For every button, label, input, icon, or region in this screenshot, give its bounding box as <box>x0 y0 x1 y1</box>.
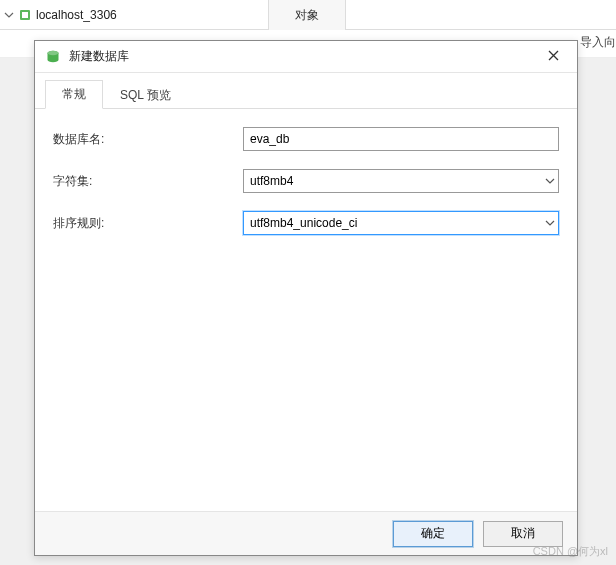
row-charset: 字符集: <box>53 169 559 193</box>
import-wizard-truncated: 导入向 <box>580 34 616 51</box>
svg-rect-1 <box>22 12 28 18</box>
row-database-name: 数据库名: <box>53 127 559 151</box>
charset-combo-wrap <box>243 169 559 193</box>
database-name-label: 数据库名: <box>53 131 243 148</box>
connection-tree-row[interactable]: localhost_3306 <box>0 0 117 29</box>
dialog-titlebar: 新建数据库 <box>35 41 577 73</box>
close-button[interactable] <box>539 43 567 71</box>
new-database-dialog: 新建数据库 常规 SQL 预览 数据库名: 字符集: <box>34 40 578 556</box>
collation-label: 排序规则: <box>53 215 243 232</box>
collation-combo[interactable] <box>243 211 559 235</box>
database-name-input[interactable] <box>243 127 559 151</box>
connection-icon <box>18 8 32 22</box>
dialog-tabs: 常规 SQL 预览 <box>35 79 577 109</box>
charset-label: 字符集: <box>53 173 243 190</box>
tab-sql-preview-label: SQL 预览 <box>120 87 171 104</box>
dialog-form: 数据库名: 字符集: 排序规则: <box>35 109 577 511</box>
tab-objects-label: 对象 <box>295 7 319 24</box>
connection-name-label: localhost_3306 <box>36 8 117 22</box>
close-icon <box>548 50 559 64</box>
dialog-buttons: 确定 取消 <box>35 511 577 555</box>
cancel-button-label: 取消 <box>511 526 535 540</box>
ok-button-label: 确定 <box>421 526 445 540</box>
tab-objects[interactable]: 对象 <box>268 0 346 30</box>
ok-button[interactable]: 确定 <box>393 521 473 547</box>
tab-general[interactable]: 常规 <box>45 80 103 109</box>
cancel-button[interactable]: 取消 <box>483 521 563 547</box>
dialog-title: 新建数据库 <box>69 48 539 65</box>
chevron-down-icon <box>4 10 14 20</box>
background-topbar: localhost_3306 对象 <box>0 0 616 30</box>
collation-combo-wrap <box>243 211 559 235</box>
svg-point-3 <box>48 50 59 54</box>
database-icon <box>45 49 61 65</box>
tab-general-label: 常规 <box>62 86 86 103</box>
row-collation: 排序规则: <box>53 211 559 235</box>
charset-combo[interactable] <box>243 169 559 193</box>
tab-sql-preview[interactable]: SQL 预览 <box>103 80 188 109</box>
